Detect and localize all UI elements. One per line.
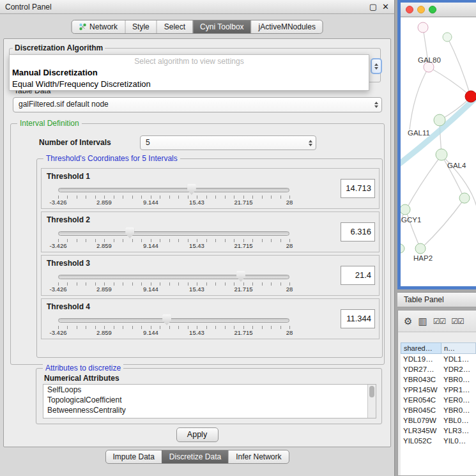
tick-label: 28	[286, 286, 293, 293]
table-row[interactable]: YBR045CYBR0…	[401, 405, 476, 415]
tick-label: 15.43	[189, 329, 204, 336]
node-label: GCY1	[401, 216, 421, 224]
threshold-1-slider[interactable]	[58, 188, 289, 193]
scrollbar-thumb[interactable]	[369, 386, 374, 397]
node[interactable]	[401, 244, 404, 253]
node[interactable]	[459, 193, 470, 203]
node-selected[interactable]	[465, 91, 476, 102]
list-item[interactable]: SelfLoops	[43, 385, 376, 395]
list-item[interactable]: BetweennessCentrality	[43, 405, 376, 415]
cell[interactable]: YPR1…	[441, 385, 476, 395]
tab-select[interactable]: Select	[157, 20, 192, 33]
stepper-down-icon	[374, 67, 378, 70]
table-row[interactable]: YBL079WYBL0…	[401, 415, 476, 426]
select-columns-icon[interactable]: ▥	[418, 316, 427, 327]
table-panel-title: Table Panel	[397, 293, 476, 307]
node-gcy1[interactable]	[401, 204, 410, 215]
cell[interactable]: YBR0…	[441, 405, 476, 415]
float-window-icon[interactable]: ▢	[369, 2, 377, 12]
gear-icon[interactable]: ⚙	[404, 316, 412, 327]
threshold-3-slider[interactable]	[58, 275, 289, 280]
tick-label: -3.426	[50, 199, 67, 206]
table-panel-header[interactable]: Table Panel	[397, 292, 476, 307]
cell[interactable]: YER054C	[401, 395, 441, 405]
minimize-traffic-light-icon[interactable]	[417, 6, 425, 13]
table-row[interactable]: YBR043CYBR0…	[401, 374, 476, 385]
cell[interactable]: YBL079W	[401, 415, 441, 426]
threshold-2-value-field[interactable]: 6.316	[341, 222, 375, 242]
cell[interactable]: YBR0…	[441, 374, 476, 385]
network-labels: GAL80 GAL11 GAL4 GCY1 HAP2	[401, 56, 466, 262]
cell[interactable]: YDL19…	[401, 354, 441, 364]
cell[interactable]: YDL1…	[441, 354, 476, 364]
node-gal4[interactable]	[436, 149, 447, 160]
tab-jactivemnodules[interactable]: jActiveMNodules	[251, 20, 323, 33]
slider-track[interactable]	[58, 188, 289, 192]
close-traffic-light-icon[interactable]	[406, 6, 413, 13]
tick-label: 2.859	[96, 199, 112, 206]
deselect-all-icon[interactable]: ☑☑	[451, 317, 464, 326]
column-header-name[interactable]: n…	[441, 342, 476, 354]
node[interactable]	[443, 33, 452, 42]
apply-button[interactable]: Apply	[176, 427, 219, 442]
table-data-combobox[interactable]: galFiltered.sif default node	[13, 97, 382, 112]
tab-infer-network[interactable]: Infer Network	[228, 450, 288, 463]
cell[interactable]: YIL0…	[441, 436, 476, 446]
table-row[interactable]: YPR145WYPR1…	[401, 385, 476, 395]
table-row[interactable]: YDR27…YDR2…	[401, 364, 476, 374]
threshold-1-value-field[interactable]: 14.713	[341, 179, 375, 198]
column-header-shared-name[interactable]: shared…	[401, 342, 441, 354]
close-icon[interactable]: ✕	[382, 2, 389, 12]
algorithm-combo-stepper[interactable]	[371, 58, 382, 74]
slider-track[interactable]	[58, 231, 289, 236]
algorithm-option-manual[interactable]: Manual Discretization	[10, 67, 369, 79]
cell[interactable]: YER0…	[441, 395, 476, 405]
threshold-2-slider[interactable]	[58, 231, 289, 236]
interval-definition-label: Interval Definition	[17, 119, 82, 128]
node[interactable]	[418, 22, 428, 33]
cell[interactable]: YBR045C	[401, 405, 441, 415]
threshold-4-value-field[interactable]: 11.344	[341, 309, 375, 328]
slider-thumb[interactable]	[125, 227, 134, 238]
list-item[interactable]: TopologicalCoefficient	[43, 395, 376, 405]
number-of-intervals-value: 5	[146, 138, 150, 147]
cell[interactable]: YIL052C	[401, 436, 441, 446]
number-of-intervals-combobox[interactable]: 5	[140, 135, 316, 150]
slider-thumb[interactable]	[236, 271, 245, 282]
cell[interactable]: YDR2…	[441, 364, 476, 374]
tab-cyni-toolbox[interactable]: Cyni Toolbox	[192, 20, 250, 33]
tick-label: 9.144	[143, 329, 158, 336]
cell[interactable]: YLR3…	[441, 426, 476, 436]
tab-discretize-data[interactable]: Discretize Data	[162, 450, 228, 463]
cell[interactable]: YPR145W	[401, 385, 441, 395]
node-hap2[interactable]	[415, 243, 426, 254]
tab-network[interactable]: Network	[72, 20, 125, 33]
list-scrollbar[interactable]	[367, 385, 376, 418]
slider-track[interactable]	[58, 275, 289, 279]
cell[interactable]: YDR27…	[401, 364, 441, 374]
numerical-attributes-list[interactable]: SelfLoops TopologicalCoefficient Between…	[43, 384, 376, 418]
cell[interactable]: YLR345W	[401, 426, 441, 436]
slider-thumb[interactable]	[162, 314, 171, 325]
tab-style[interactable]: Style	[125, 20, 157, 33]
control-panel: Control Panel ▢ ✕ Network Style Select C…	[0, 0, 395, 476]
table-row[interactable]: YDL19…YDL1…	[401, 354, 476, 364]
attributes-group-label: Attributes to discretize	[43, 364, 123, 372]
slider-track[interactable]	[58, 318, 289, 323]
algorithm-option-equal-width[interactable]: Equal Width/Frequency Discretization	[10, 79, 369, 90]
table-row[interactable]: YER054CYER0…	[401, 395, 476, 405]
node-gal11[interactable]	[434, 114, 445, 126]
tab-impute-data[interactable]: Impute Data	[105, 450, 161, 463]
slider-thumb[interactable]	[187, 184, 196, 195]
zoom-traffic-light-icon[interactable]	[429, 6, 436, 13]
threshold-4-slider[interactable]	[58, 318, 289, 323]
select-all-icon[interactable]: ☑☑	[433, 317, 446, 326]
cell[interactable]: YBL0…	[441, 415, 476, 426]
tick-label: 9.144	[143, 286, 158, 293]
threshold-3-value-field[interactable]: 21.4	[341, 266, 375, 285]
table-row[interactable]: YLR345WYLR3…	[401, 426, 476, 436]
cell[interactable]: YBR043C	[401, 374, 441, 385]
table-row[interactable]: YIL052CYIL0…	[401, 436, 476, 446]
network-canvas[interactable]: GAL80 GAL11 GAL4 GCY1 HAP2	[401, 17, 476, 286]
tick-label: 9.144	[143, 199, 158, 206]
